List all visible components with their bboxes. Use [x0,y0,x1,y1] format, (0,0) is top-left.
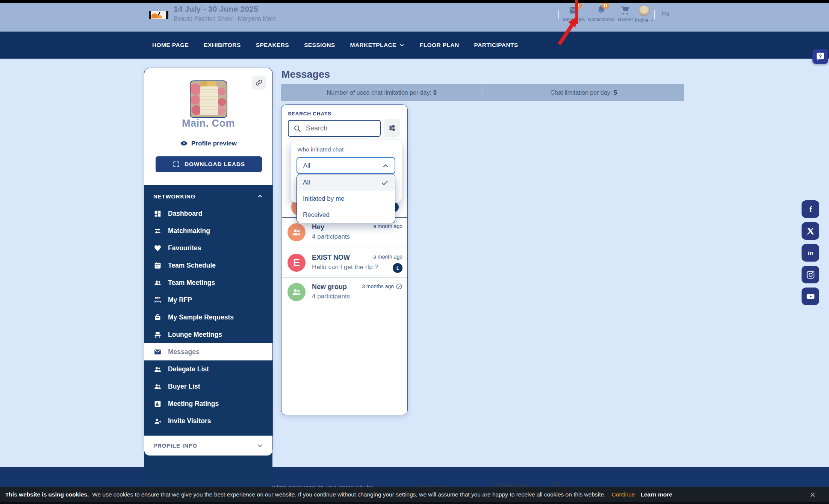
bar-chart-icon [154,400,162,408]
option-initiated-by-me[interactable]: Initiated by me [297,191,395,207]
person-add-icon [154,417,162,425]
group-avatar [287,223,306,241]
sidebar-item-team-schedule[interactable]: Team Schedule [144,257,272,274]
chat-name: New group [312,283,356,291]
networking-header[interactable]: NETWORKING [144,185,272,200]
sidebar-item-invite-visitors[interactable]: Invite Visitors [144,412,272,430]
chat-subtitle: Hello can I get the rfp ? [312,263,367,271]
cookie-intro: This website is using cookies. [5,491,89,498]
top-strip [0,0,829,3]
filter-tune-icon [387,123,397,133]
who-initiated-select[interactable]: All [297,157,395,174]
language-selector[interactable]: EN [661,11,669,17]
facebook-button[interactable] [802,200,819,218]
sidebar-item-messages[interactable]: Messages [144,343,272,360]
sidebar-item-my-sample-requests[interactable]: My Sample Requests [144,309,272,326]
read-check-icon [396,283,402,290]
company-avatar [190,80,227,118]
x-twitter-button[interactable] [802,222,819,240]
company-name: Main. Com [144,118,272,129]
people-icon [154,365,162,373]
sidebar-item-delegate-list[interactable]: Delegate List [144,360,272,378]
sidebar-item-buyer-list[interactable]: Buyer List [144,378,272,395]
chat-name: EXIST NOW [312,254,367,262]
profile-preview-link[interactable]: Profile preview [144,139,272,147]
chat-list: Hey 4 participants a month ago E EXIST N… [282,217,407,306]
linkedin-icon [806,248,815,258]
cookie-banner: This website is using cookies. We use co… [0,487,829,502]
option-all[interactable]: All [297,174,395,191]
cookie-learn-more-link[interactable]: Learn more [640,491,672,498]
profile-sidebar: Main. Com Profile preview DOWNLOAD LEADS… [144,68,273,455]
chat-subtitle: 4 participants [312,293,356,300]
chevron-up-icon [257,193,263,200]
search-chats-label: SEARCH CHATS [288,111,331,117]
profile-preview-label: Profile preview [191,140,237,147]
chat-limit: Chat limitation per day:5 [483,89,685,96]
chat-panel: SEARCH CHATS Hey 4 participants a month … [281,104,408,415]
sidebar-item-my-rfp[interactable]: My RFP [144,291,272,309]
help-button[interactable] [812,49,828,64]
matchmaking-icon [154,227,162,235]
header-profile-button[interactable]: Profile [628,5,660,23]
chat-limit-stats: Number of used chat limitation per day:0… [281,84,684,101]
notifications-badge: 11 [602,2,609,9]
profile-avatar [638,5,650,16]
event-name: Beaute Fashion Show - Maryann Main [174,15,276,22]
sidebar-item-favourites[interactable]: Favourites [144,239,272,257]
networking-menu: Dashboard Matchmaking Favourites Team Sc… [144,205,272,430]
download-leads-button[interactable]: DOWNLOAD LEADS [156,156,262,172]
cookie-text: We use cookies to ensure that we give yo… [92,491,605,498]
rfp-icon [154,296,162,304]
chat-time: a month ago [373,223,402,229]
chevron-down-icon [257,442,263,449]
search-input[interactable] [306,124,370,132]
select-dropdown: All Initiated by me Received [297,174,395,223]
event-logo[interactable] [149,11,168,19]
chevron-down-icon [650,18,654,23]
nav-speakers[interactable]: SPEAKERS [256,42,289,48]
sidebar-item-matchmaking[interactable]: Matchmaking [144,222,272,239]
lounge-icon [154,331,162,339]
nav-exhibitors[interactable]: EXHIBITORS [204,42,241,48]
logo-art [151,12,166,18]
heart-icon [154,244,162,252]
chat-time: 3 months ago [362,283,402,290]
nav-floor-plan[interactable]: FLOOR PLAN [420,42,459,48]
people-icon [154,383,162,390]
chat-filter-button[interactable] [384,119,400,137]
question-bubble-icon [815,51,825,61]
nav-sessions[interactable]: SESSIONS [304,42,335,48]
nav-marketplace[interactable]: MARKETPLACE [350,42,405,48]
cookie-continue-button[interactable]: Continue [611,491,635,498]
annotation-red-arrow [552,11,583,48]
sidebar-item-lounge-meetings[interactable]: Lounge Meetings [144,326,272,343]
cookie-close-icon[interactable]: × [810,491,815,498]
calendar-icon [154,262,162,269]
sidebar-item-meeting-ratings[interactable]: Meeting Ratings [144,395,272,412]
instagram-button[interactable] [802,266,819,283]
copy-link-button[interactable] [252,76,266,90]
chevron-down-icon [399,42,405,48]
sample-box-icon [154,313,162,321]
select-value: All [303,162,310,169]
sidebar-item-dashboard[interactable]: Dashboard [144,205,272,222]
page-title: Messages [281,69,330,80]
sidebar-item-team-meetings[interactable]: Team Meetings [144,274,272,291]
page: 14 July - 30 June 2025 Beaute Fashion Sh… [0,0,829,504]
linkedin-button[interactable] [802,244,819,262]
profile-info-header[interactable]: PROFILE INFO [144,436,272,456]
nav-home-page[interactable]: HOME PAGE [152,42,189,48]
people-icon [154,279,162,287]
main-nav: HOME PAGE EXHIBITORS SPEAKERS SESSIONS M… [0,32,829,59]
option-received[interactable]: Received [297,207,395,223]
avatar-detail [200,86,218,115]
youtube-button[interactable] [802,288,819,305]
chat-row-new-group[interactable]: New group 4 participants 3 months ago [282,277,407,306]
nav-participants[interactable]: PARTICIPANTS [474,42,518,48]
chat-row-exist-now[interactable]: E EXIST NOW Hello can I get the rfp ? a … [282,248,407,277]
scan-icon [172,160,180,168]
bottom-strip [0,502,829,504]
dashboard-icon [154,210,162,218]
group-avatar [287,283,306,301]
